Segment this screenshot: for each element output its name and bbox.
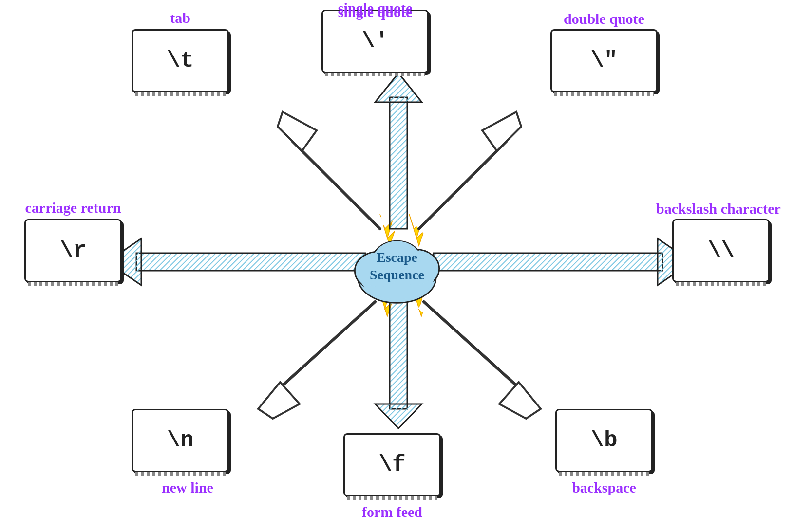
backslash-label: backslash character — [643, 201, 794, 217]
svg-line-17 — [273, 302, 375, 394]
new-line-box: \n — [132, 409, 229, 472]
svg-marker-7 — [278, 112, 317, 151]
form-feed-label: form feed — [336, 504, 448, 520]
svg-line-11 — [419, 141, 507, 229]
tab-box: \t — [132, 29, 229, 92]
cloud-label: Escape Sequence — [358, 248, 436, 284]
svg-rect-13 — [136, 253, 365, 271]
tab-code: \t — [167, 48, 193, 73]
svg-rect-8 — [390, 97, 407, 229]
carriage-return-code: \r — [59, 238, 86, 263]
escape-sequence-diagram: Escape Sequence \t tab \' single quote s… — [0, 0, 794, 532]
double-quote-code: \" — [590, 48, 617, 73]
tab-label: tab — [144, 10, 217, 26]
svg-line-5 — [292, 141, 380, 229]
backspace-box: \b — [555, 409, 653, 472]
backspace-code: \b — [590, 428, 617, 453]
backslash-code: \\ — [707, 238, 734, 263]
carriage-return-label: carriage return — [5, 200, 141, 216]
new-line-label: new line — [139, 479, 236, 496]
new-line-code: \n — [167, 428, 193, 453]
svg-marker-24 — [499, 382, 541, 419]
single-quote-code: \' — [361, 29, 388, 54]
double-quote-box: \" — [550, 29, 658, 92]
double-quote-label: double quote — [526, 11, 682, 27]
svg-marker-19 — [258, 382, 300, 419]
svg-line-22 — [424, 302, 526, 394]
svg-marker-21 — [375, 404, 422, 428]
svg-line-10 — [419, 141, 507, 229]
carriage-return-box: \r — [24, 219, 122, 282]
form-feed-box: \f — [343, 433, 441, 496]
svg-line-6 — [292, 141, 380, 229]
single-quote-label-top: single quote — [307, 4, 443, 20]
svg-marker-9 — [375, 73, 422, 102]
center-cloud: Escape Sequence — [343, 222, 451, 310]
backspace-label: backspace — [546, 479, 662, 496]
backslash-box: \\ — [672, 219, 770, 282]
svg-line-23 — [424, 302, 526, 394]
svg-marker-12 — [482, 112, 521, 151]
svg-rect-15 — [434, 253, 662, 271]
svg-rect-20 — [390, 302, 407, 409]
form-feed-code: \f — [378, 452, 405, 477]
svg-line-18 — [273, 302, 375, 394]
